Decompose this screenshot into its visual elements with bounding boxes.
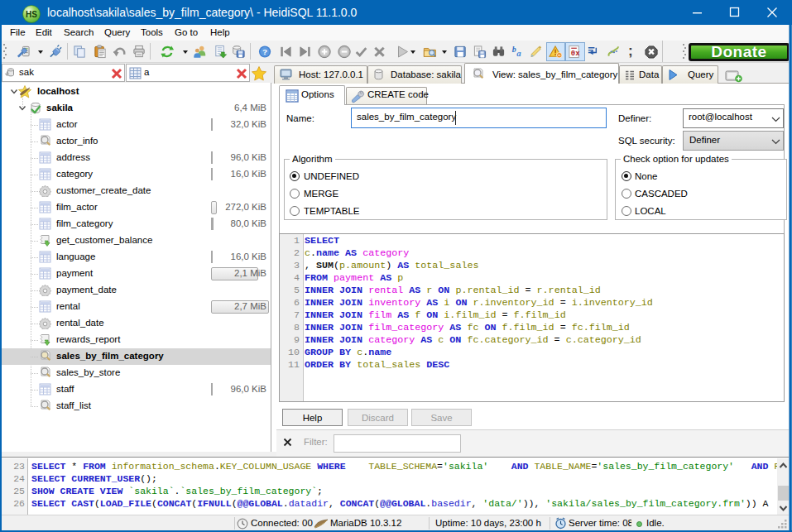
- svg-text:0x: 0x: [571, 50, 580, 58]
- svg-text:a: a: [516, 48, 521, 58]
- svg-text:b: b: [512, 45, 516, 54]
- svg-text:?: ?: [262, 47, 267, 56]
- svg-text:HS: HS: [26, 10, 37, 19]
